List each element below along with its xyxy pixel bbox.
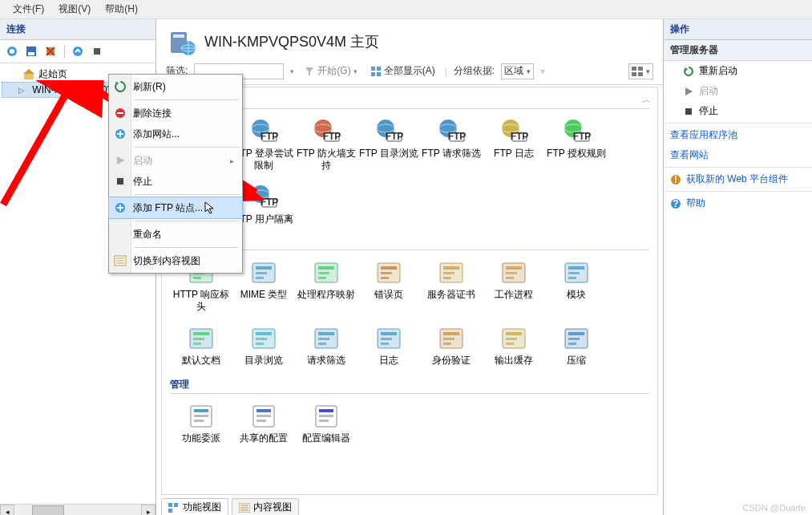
ctx-add-ftp-site[interactable]: 添加 FTP 站点... xyxy=(109,197,242,218)
item-label: 身份验证 xyxy=(432,355,471,367)
menu-help[interactable]: 帮助(H) xyxy=(103,2,139,17)
iis-feature-item[interactable]: 模块 xyxy=(545,255,608,321)
stop-button[interactable] xyxy=(88,43,106,60)
svg-rect-82 xyxy=(506,272,517,274)
remove-icon xyxy=(114,107,127,120)
tab-content-view[interactable]: 内容视图 xyxy=(232,498,299,515)
group-by-select[interactable]: 区域 ▾ xyxy=(501,63,534,79)
ftp-feature-item[interactable]: FTPFTP 请求筛选 xyxy=(420,114,483,180)
svg-rect-65 xyxy=(256,266,272,270)
iis-feature-item[interactable]: 默认文档 xyxy=(170,321,232,375)
iis-feature-item[interactable]: 输出缓存 xyxy=(483,321,545,375)
tab-features-view[interactable]: 功能视图 xyxy=(161,498,228,515)
iis-feature-item[interactable]: 请求筛选 xyxy=(295,321,358,375)
iis-feature-item[interactable]: 日志 xyxy=(358,321,420,375)
page-title: WIN-KMPVQPS0V4M 主页 xyxy=(204,32,379,51)
ctx-add-site[interactable]: 添加网站... xyxy=(109,124,242,144)
svg-marker-149 xyxy=(205,202,213,213)
iis-feature-item[interactable]: 身份验证 xyxy=(420,321,483,375)
svg-rect-63 xyxy=(193,277,201,279)
svg-rect-66 xyxy=(256,272,267,274)
menu-file[interactable]: 文件(F) xyxy=(11,2,46,17)
svg-rect-125 xyxy=(319,409,333,412)
svg-rect-130 xyxy=(168,509,172,513)
item-label: 共享的配置 xyxy=(240,432,288,444)
svg-text:FTP: FTP xyxy=(386,131,403,142)
iis-feature-item[interactable]: 目录浏览 xyxy=(232,321,295,375)
left-h-scrollbar[interactable]: ◂ ▸ xyxy=(0,504,156,515)
content-view-icon xyxy=(239,503,250,513)
ftp-feature-item[interactable]: FTPFTP 目录浏览 xyxy=(358,114,420,180)
connections-toolbar xyxy=(0,40,156,63)
go-button[interactable]: 开始(G) ▾ xyxy=(301,63,360,79)
svg-rect-70 xyxy=(318,272,329,274)
item-label: 默认文档 xyxy=(182,355,220,367)
section-mgmt[interactable]: 管理 xyxy=(170,378,649,391)
mgmt-feature-item[interactable]: 共享的配置 xyxy=(232,399,295,452)
add-site-icon xyxy=(114,128,127,140)
svg-rect-95 xyxy=(256,343,264,345)
tree-start-page-label: 起始页 xyxy=(38,67,67,81)
svg-rect-74 xyxy=(381,272,392,274)
item-label: 请求筛选 xyxy=(307,355,345,367)
svg-rect-91 xyxy=(193,343,201,345)
mgmt-feature-item[interactable]: 功能委派 xyxy=(170,399,232,452)
ctx-rename[interactable]: 重命名 xyxy=(109,224,242,245)
action-help[interactable]: ? 帮助 xyxy=(664,193,812,213)
save-connection-button[interactable] xyxy=(22,43,40,60)
svg-rect-99 xyxy=(318,343,326,345)
ftp-feature-item[interactable]: FTPFTP 授权规则 xyxy=(545,114,608,180)
svg-text:FTP: FTP xyxy=(323,131,341,142)
svg-rect-21 xyxy=(638,67,643,71)
ctx-switch-content-view[interactable]: 切换到内容视图 xyxy=(109,250,242,271)
action-web-platform[interactable]: ! 获取新的 Web 平台组件 xyxy=(664,169,812,189)
delete-connection-button[interactable] xyxy=(42,43,59,60)
svg-point-5 xyxy=(73,47,83,56)
svg-rect-102 xyxy=(381,338,392,340)
item-label: 压缩 xyxy=(567,355,586,367)
svg-rect-67 xyxy=(256,277,264,279)
svg-rect-127 xyxy=(319,420,329,422)
ctx-remove-connection[interactable]: 删除连接 xyxy=(109,103,242,124)
ctx-stop[interactable]: 停止 xyxy=(109,171,242,192)
item-label: 配置编辑器 xyxy=(302,432,350,444)
scroll-track[interactable] xyxy=(14,505,141,515)
iis-feature-item[interactable]: 压缩 xyxy=(545,321,608,375)
action-stop[interactable]: 停止 xyxy=(664,101,812,121)
ctx-refresh[interactable]: 刷新(R) xyxy=(109,76,242,97)
iis-feature-item[interactable]: 服务器证书 xyxy=(420,255,483,321)
connect-button[interactable] xyxy=(3,43,21,60)
svg-marker-8 xyxy=(23,69,34,74)
item-label: 服务器证书 xyxy=(427,289,475,301)
svg-marker-136 xyxy=(685,87,693,95)
action-restart[interactable]: 重新启动 xyxy=(664,61,812,81)
show-all-button[interactable]: 全部显示(A) xyxy=(367,63,438,79)
iis-feature-item[interactable]: 错误页 xyxy=(358,255,420,321)
iis-feature-item[interactable]: 工作进程 xyxy=(483,255,545,321)
svg-rect-118 xyxy=(194,415,208,417)
actions-section-head: 管理服务器 xyxy=(664,40,812,61)
svg-rect-147 xyxy=(117,178,123,185)
svg-rect-106 xyxy=(443,338,454,340)
svg-rect-93 xyxy=(256,332,272,335)
up-level-button[interactable] xyxy=(69,43,87,60)
view-mode-select[interactable]: ▾ xyxy=(628,63,653,79)
action-start[interactable]: 启动 xyxy=(664,81,812,101)
svg-text:FTP: FTP xyxy=(511,131,528,142)
iis-feature-item[interactable]: 处理程序映射 xyxy=(295,255,358,321)
menu-view[interactable]: 视图(V) xyxy=(57,2,92,17)
filter-dropdown-icon[interactable]: ▾ xyxy=(290,67,294,75)
item-label: FTP 登录尝试限制 xyxy=(234,148,293,172)
action-view-sites[interactable]: 查看网站 xyxy=(664,145,812,165)
ftp-feature-item[interactable]: FTPFTP 防火墙支持 xyxy=(295,114,358,180)
action-app-pools[interactable]: 查看应用程序池 xyxy=(664,125,812,145)
svg-rect-105 xyxy=(443,332,459,335)
mgmt-feature-item[interactable]: 配置编辑器 xyxy=(295,399,358,452)
ftp-feature-item[interactable]: FTPFTP 日志 xyxy=(483,114,545,180)
scroll-right-icon[interactable]: ▸ xyxy=(141,505,156,515)
collapse-section-icon[interactable]: ︿ xyxy=(642,94,651,106)
chevron-right-icon[interactable]: ▷ xyxy=(18,86,25,95)
scroll-left-icon[interactable]: ◂ xyxy=(0,505,14,515)
svg-rect-81 xyxy=(506,266,522,270)
scroll-thumb[interactable] xyxy=(32,505,64,515)
